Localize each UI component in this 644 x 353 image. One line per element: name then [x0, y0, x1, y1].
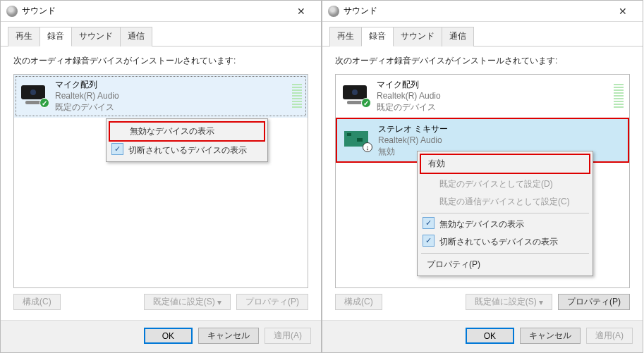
- check-icon: ✓: [423, 217, 435, 229]
- ctx-label: 無効なデバイスの表示: [130, 126, 214, 136]
- set-default-button: 既定値に設定(S) ▾: [144, 294, 231, 310]
- ok-button[interactable]: OK: [144, 328, 193, 344]
- ctx-enable[interactable]: 有効: [420, 154, 590, 174]
- tab-strip: 再生 録音 サウンド 通信: [322, 22, 643, 47]
- check-icon: ✓: [111, 143, 123, 155]
- device-status: 既定のデバイス: [55, 101, 288, 113]
- mixer-device-icon: ↓: [343, 128, 372, 152]
- tab-communications[interactable]: 通信: [120, 27, 152, 47]
- sound-dialog-right: サウンド ✕ 再生 録音 サウンド 通信 次のオーディオ録音デバイスがインストー…: [322, 0, 643, 353]
- instruction-text: 次のオーディオ録音デバイスがインストールされています:: [335, 55, 630, 67]
- ctx-label: 切断されているデバイスの表示: [439, 237, 558, 247]
- device-status: 既定のデバイス: [377, 101, 609, 113]
- dialog-footer: OK キャンセル 適用(A): [1, 320, 321, 352]
- tab-sounds[interactable]: サウンド: [71, 27, 121, 47]
- mic-device-icon: ✓: [341, 84, 371, 108]
- level-meter-icon: [292, 84, 302, 108]
- device-mic-array[interactable]: ✓ マイク配列 Realtek(R) Audio 既定のデバイス: [14, 75, 308, 118]
- ctx-label: 無効なデバイスの表示: [439, 219, 524, 229]
- ctx-show-disabled-devices[interactable]: 無効なデバイスの表示: [109, 121, 265, 142]
- tab-strip: 再生 録音 サウンド 通信: [1, 22, 321, 47]
- check-icon: ✓: [423, 235, 435, 247]
- titlebar: サウンド ✕: [322, 1, 643, 22]
- ctx-label: 既定のデバイスとして設定(D): [439, 179, 553, 189]
- ctx-show-disconnected-devices[interactable]: ✓ 切断されているデバイスの表示: [420, 233, 590, 251]
- tab-recording[interactable]: 録音: [361, 27, 394, 47]
- configure-button: 構成(C): [335, 294, 382, 310]
- ctx-label: 有効: [428, 159, 445, 168]
- context-menu: 有効 既定のデバイスとして設定(D) 既定の通信デバイスとして設定(C) ✓ 無…: [417, 151, 593, 276]
- cancel-button[interactable]: キャンセル: [520, 328, 581, 344]
- device-buttons: 構成(C) 既定値に設定(S) ▾ プロパティ(P): [13, 288, 308, 314]
- close-button[interactable]: ✕: [287, 1, 315, 21]
- ctx-label: プロパティ(P): [427, 259, 480, 269]
- properties-button: プロパティ(P): [236, 294, 308, 310]
- device-name: マイク配列: [55, 79, 288, 90]
- tab-playback[interactable]: 再生: [8, 27, 40, 47]
- sound-icon: [328, 6, 339, 17]
- ctx-properties[interactable]: プロパティ(P): [420, 256, 590, 273]
- level-meter-icon: [614, 84, 624, 108]
- tab-body: 次のオーディオ録音デバイスがインストールされています: ✓ マイク配列 Real…: [1, 47, 321, 320]
- chevron-down-icon: ▾: [217, 297, 221, 307]
- device-list[interactable]: ✓ マイク配列 Realtek(R) Audio 既定のデバイス 無効なデバイス…: [13, 74, 308, 288]
- configure-button: 構成(C): [13, 294, 61, 310]
- tab-body: 次のオーディオ録音デバイスがインストールされています: ✓ マイク配列 Real…: [322, 47, 643, 320]
- check-icon: ✓: [361, 98, 371, 108]
- close-icon: ✕: [297, 6, 305, 17]
- device-text: マイク配列 Realtek(R) Audio 既定のデバイス: [377, 79, 609, 113]
- device-name: ステレオ ミキサー: [378, 123, 622, 135]
- context-menu: 無効なデバイスの表示 ✓ 切断されているデバイスの表示: [106, 118, 268, 162]
- cancel-button[interactable]: キャンセル: [198, 328, 259, 344]
- separator: [421, 253, 589, 254]
- device-driver: Realtek(R) Audio: [55, 90, 288, 101]
- ctx-set-default-device: 既定のデバイスとして設定(D): [420, 175, 590, 193]
- sound-icon: [6, 6, 18, 17]
- tab-sounds[interactable]: サウンド: [393, 27, 442, 47]
- titlebar: サウンド ✕: [1, 1, 321, 22]
- chevron-down-icon: ▾: [539, 297, 543, 307]
- set-default-button: 既定値に設定(S) ▾: [466, 294, 552, 310]
- apply-button: 適用(A): [265, 328, 311, 344]
- device-text: マイク配列 Realtek(R) Audio 既定のデバイス: [55, 79, 288, 113]
- check-icon: ✓: [40, 98, 49, 108]
- device-name: マイク配列: [377, 79, 609, 90]
- tab-communications[interactable]: 通信: [442, 27, 474, 47]
- ctx-show-disabled-devices[interactable]: ✓ 無効なデバイスの表示: [420, 216, 590, 233]
- ctx-set-default-comm-device: 既定の通信デバイスとして設定(C): [420, 193, 590, 211]
- window-title: サウンド: [22, 5, 287, 17]
- ctx-label: 既定の通信デバイスとして設定(C): [439, 197, 570, 206]
- separator: [421, 213, 589, 213]
- ctx-show-disconnected-devices[interactable]: ✓ 切断されているデバイスの表示: [109, 142, 265, 159]
- instruction-text: 次のオーディオ録音デバイスがインストールされています:: [13, 55, 308, 67]
- device-list[interactable]: ✓ マイク配列 Realtek(R) Audio 既定のデバイス ↓ ステレオ …: [335, 74, 630, 288]
- window-title: サウンド: [344, 5, 609, 17]
- apply-button: 適用(A): [586, 328, 633, 344]
- device-mic-array[interactable]: ✓ マイク配列 Realtek(R) Audio 既定のデバイス: [336, 75, 629, 118]
- device-driver: Realtek(R) Audio: [378, 135, 622, 146]
- mic-device-icon: ✓: [20, 84, 49, 108]
- close-icon: ✕: [619, 6, 627, 17]
- ok-button[interactable]: OK: [466, 328, 514, 344]
- tab-recording[interactable]: 録音: [40, 27, 72, 47]
- tab-playback[interactable]: 再生: [329, 27, 362, 47]
- close-button[interactable]: ✕: [609, 1, 637, 21]
- ctx-label: 切断されているデバイスの表示: [128, 145, 247, 155]
- sound-dialog-left: サウンド ✕ 再生 録音 サウンド 通信 次のオーディオ録音デバイスがインストー…: [0, 0, 322, 353]
- down-arrow-icon: ↓: [363, 142, 372, 152]
- device-buttons: 構成(C) 既定値に設定(S) ▾ プロパティ(P): [335, 288, 630, 314]
- dialog-footer: OK キャンセル 適用(A): [322, 320, 643, 352]
- properties-button[interactable]: プロパティ(P): [558, 294, 630, 310]
- device-driver: Realtek(R) Audio: [377, 90, 609, 101]
